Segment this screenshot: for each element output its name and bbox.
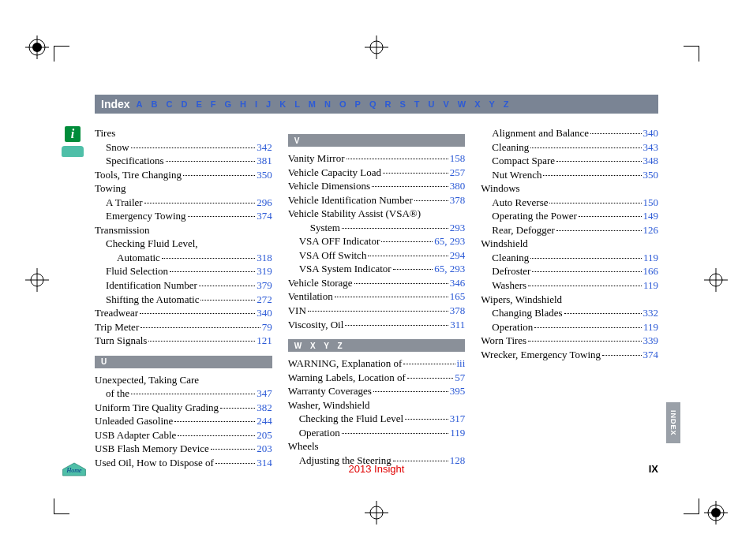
leader-dots [200,300,255,301]
entry-page-ref[interactable]: 380 [450,179,466,193]
entry-page-ref[interactable]: 378 [450,193,466,207]
entry-page-ref[interactable]: 317 [450,412,466,426]
leader-dots [220,408,255,409]
index-entry: Vehicle Stability Assist (VSA®) [288,207,466,221]
side-tab-index[interactable]: INDEX [666,402,680,443]
entry-page-ref[interactable]: 350 [257,168,272,182]
entry-page-ref[interactable]: 378 [450,304,466,318]
entry-label: Trip Meter [95,320,139,334]
nav-letter[interactable]: S [399,99,405,109]
index-entry: Automatic318 [95,251,272,265]
nav-letter[interactable]: M [309,99,316,109]
nav-letter[interactable]: U [428,99,434,109]
entry-page-ref[interactable]: 65, 293 [434,262,465,276]
entry-page-ref[interactable]: 119 [643,320,658,334]
entry-page-ref[interactable]: 79 [262,320,272,334]
nav-letter[interactable]: X [474,99,480,109]
entry-page-ref[interactable]: 294 [450,248,466,263]
leader-dots [174,421,255,422]
entry-label: Wrecker, Emergency Towing [481,348,601,362]
entry-page-ref[interactable]: 343 [643,140,659,155]
entry-page-ref[interactable]: 257 [450,166,466,180]
entry-page-ref[interactable]: 296 [257,196,272,210]
nav-letter[interactable]: T [414,99,420,109]
entry-page-ref[interactable]: 65, 293 [434,234,465,248]
entry-page-ref[interactable]: 342 [257,140,272,155]
entry-page-ref[interactable]: 293 [450,221,466,235]
entry-page-ref[interactable]: 119 [450,426,465,440]
entry-page-ref[interactable]: 119 [643,278,658,293]
index-entry: VIN378 [288,304,466,318]
entry-page-ref[interactable]: 340 [643,126,659,140]
entry-page-ref[interactable]: 311 [450,318,465,332]
entry-page-ref[interactable]: 149 [643,209,659,223]
section-header: W X Y Z [288,339,466,352]
nav-letter[interactable]: E [196,99,201,109]
index-entry: Warranty Coverages395 [288,384,466,398]
entry-page-ref[interactable]: 158 [450,151,466,166]
leader-dots [148,341,255,342]
nav-letter[interactable]: Y [489,99,495,109]
entry-page-ref[interactable]: 121 [257,334,272,348]
entry-label: Operation [492,320,533,334]
entry-page-ref[interactable]: 382 [257,401,272,415]
entry-page-ref[interactable]: 119 [643,251,658,265]
entry-page-ref[interactable]: 339 [643,334,659,348]
nav-letter[interactable]: H [240,99,246,109]
entry-page-ref[interactable]: 374 [643,348,659,362]
entry-page-ref[interactable]: 165 [450,289,466,304]
entry-page-ref[interactable]: 381 [257,154,272,168]
index-entry: Cleaning343 [481,140,658,155]
entry-page-ref[interactable]: 57 [455,371,465,385]
nav-letter[interactable]: V [443,99,448,109]
entry-page-ref[interactable]: iii [457,357,466,371]
nav-letter[interactable]: C [166,99,172,109]
nav-letter[interactable]: D [181,99,187,109]
entry-label: Turn Signals [95,334,147,348]
entry-page-ref[interactable]: 340 [257,306,272,320]
index-entry: VSA OFF Indicator65, 293 [288,234,466,248]
entry-page-ref[interactable]: 205 [257,428,272,442]
entry-page-ref[interactable]: 395 [450,384,466,398]
entry-page-ref[interactable]: 350 [643,168,659,182]
nav-letter[interactable]: L [294,99,300,109]
leader-dots [188,216,256,217]
nav-letter[interactable]: Q [369,99,376,109]
entry-label: Identification Number [106,278,197,293]
nav-letter[interactable]: B [152,99,158,109]
nav-letter[interactable]: Z [504,99,509,109]
nav-letter[interactable]: F [211,99,216,109]
entry-page-ref[interactable]: 166 [643,264,659,278]
entry-page-ref[interactable]: 150 [643,196,659,210]
nav-letter[interactable]: P [355,99,361,109]
nav-letter[interactable]: O [339,99,347,109]
entry-page-ref[interactable]: 318 [257,251,272,265]
navbar-title: Index [101,98,130,110]
entry-page-ref[interactable]: 374 [257,209,272,223]
nav-letter[interactable]: K [279,99,286,109]
entry-page-ref[interactable]: 319 [257,264,272,278]
nav-letter[interactable]: R [384,99,391,109]
entry-page-ref[interactable]: 126 [643,223,659,237]
entry-page-ref[interactable]: 272 [257,293,272,307]
crop-corner [54,46,69,62]
nav-letter[interactable]: G [224,99,231,109]
entry-page-ref[interactable]: 346 [450,276,466,290]
car-icon[interactable] [62,146,84,157]
entry-label: Compact Spare [492,154,555,168]
index-entry: VSA System Indicator65, 293 [288,262,466,276]
info-icon[interactable]: i [65,126,81,142]
nav-letter[interactable]: J [266,99,271,109]
index-navbar: Index ABCDEFGHIJKLMNOPQRSTUVWXYZ [95,95,658,114]
home-button[interactable]: Home [62,461,87,477]
nav-letter[interactable]: A [137,99,143,109]
entry-page-ref[interactable]: 379 [257,278,272,293]
nav-letter[interactable]: N [324,99,331,109]
nav-letter[interactable]: W [458,99,466,109]
entry-page-ref[interactable]: 347 [257,386,272,401]
nav-letter[interactable]: I [255,99,257,109]
entry-page-ref[interactable]: 244 [257,414,272,428]
entry-page-ref[interactable]: 348 [643,154,659,168]
entry-page-ref[interactable]: 203 [257,442,272,456]
entry-page-ref[interactable]: 332 [643,306,659,320]
